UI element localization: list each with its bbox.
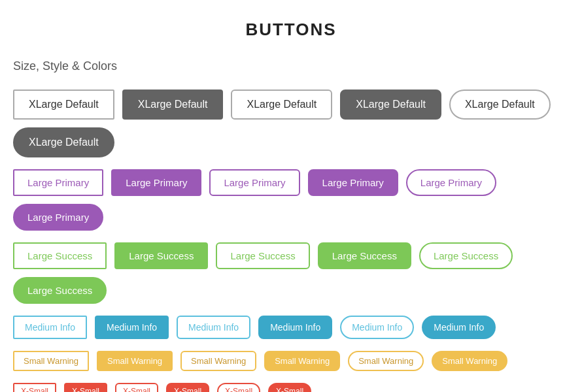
button-rows-container: XLarge DefaultXLarge DefaultXLarge Defau… [13,90,569,392]
btn-large-primary-3[interactable]: Large Primary [308,169,398,196]
btn-large-primary-4[interactable]: Large Primary [406,169,496,196]
btn-xlarge-default-0[interactable]: XLarge Default [13,90,114,120]
btn-small-warning-0[interactable]: Small Warning [13,351,89,371]
btn-large-primary-2[interactable]: Large Primary [209,169,300,196]
btn-medium-info-5[interactable]: Medium Info [422,316,496,339]
btn-xsmall-danger-3[interactable]: X-Small [166,383,209,392]
btn-xlarge-default-1[interactable]: XLarge Default [122,90,224,120]
btn-xlarge-default-3[interactable]: XLarge Default [340,90,441,120]
btn-medium-info-2[interactable]: Medium Info [177,316,250,339]
btn-xlarge-default-2[interactable]: XLarge Default [231,90,332,120]
row-medium-info: Medium InfoMedium InfoMedium InfoMedium … [13,316,569,339]
btn-xsmall-danger-1[interactable]: X-Small [64,383,107,392]
btn-large-success-5[interactable]: Large Success [13,277,107,304]
btn-medium-info-4[interactable]: Medium Info [340,316,414,339]
btn-small-warning-3[interactable]: Small Warning [264,351,340,371]
btn-xsmall-danger-2[interactable]: X-Small [115,383,158,392]
btn-large-success-1[interactable]: Large Success [114,242,208,269]
btn-large-primary-5[interactable]: Large Primary [13,204,103,231]
btn-large-primary-0[interactable]: Large Primary [13,169,103,196]
row-small-warning: Small WarningSmall WarningSmall WarningS… [13,351,569,371]
btn-large-success-4[interactable]: Large Success [419,242,513,269]
btn-xsmall-danger-0[interactable]: X-Small [13,383,56,392]
row-xsmall-danger: X-SmallX-SmallX-SmallX-SmallX-SmallX-Sma… [13,383,569,392]
btn-large-success-3[interactable]: Large Success [318,242,411,269]
btn-xlarge-default-5[interactable]: XLarge Default [13,127,114,157]
btn-large-success-0[interactable]: Large Success [13,242,107,269]
btn-large-success-2[interactable]: Large Success [216,242,309,269]
btn-medium-info-0[interactable]: Medium Info [13,316,87,339]
btn-large-primary-1[interactable]: Large Primary [111,169,201,196]
btn-medium-info-1[interactable]: Medium Info [95,316,169,339]
btn-small-warning-2[interactable]: Small Warning [180,351,256,371]
btn-small-warning-4[interactable]: Small Warning [348,351,424,371]
page-title: BUTTONS [13,20,569,40]
row-large-success: Large SuccessLarge SuccessLarge SuccessL… [13,242,569,304]
row-large-primary: Large PrimaryLarge PrimaryLarge PrimaryL… [13,169,569,231]
btn-xsmall-danger-5[interactable]: X-Small [268,383,311,392]
section-subtitle: Size, Style & Colors [13,59,569,73]
btn-small-warning-5[interactable]: Small Warning [432,351,507,371]
btn-xlarge-default-4[interactable]: XLarge Default [449,90,551,120]
btn-xsmall-danger-4[interactable]: X-Small [217,383,260,392]
btn-small-warning-1[interactable]: Small Warning [97,351,173,371]
btn-medium-info-3[interactable]: Medium Info [258,316,332,339]
row-xlarge-default: XLarge DefaultXLarge DefaultXLarge Defau… [13,90,569,157]
